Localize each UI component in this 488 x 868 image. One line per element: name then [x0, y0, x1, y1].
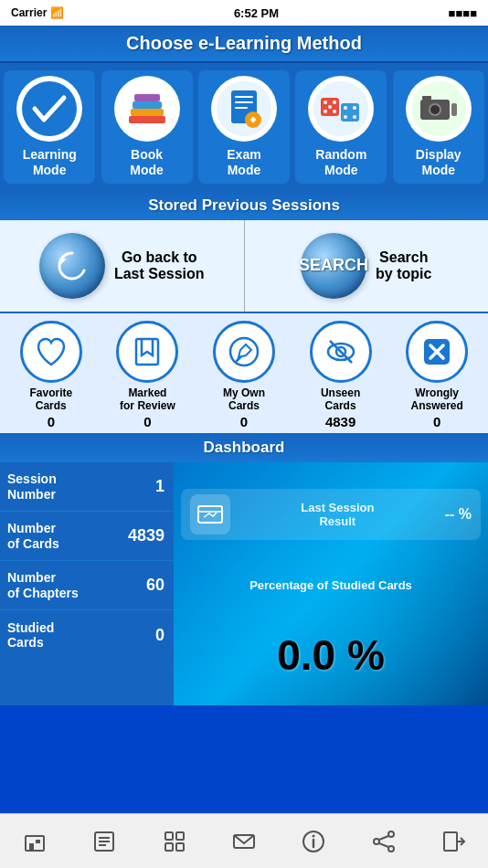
wrongly-answered-item[interactable]: WronglyAnswered 0 — [391, 321, 483, 430]
svg-line-35 — [237, 357, 240, 361]
number-of-cards-row: Numberof Cards 4839 — [0, 512, 174, 561]
unseen-cards-icon — [310, 321, 372, 383]
sessions-row: Go back toLast Session SEARCH Searchby t… — [0, 220, 488, 313]
battery-icon: ■■■■ — [449, 6, 477, 20]
studied-cards-value: 0 — [128, 619, 174, 652]
svg-point-34 — [230, 338, 258, 365]
go-back-button[interactable]: Go back toLast Session — [0, 220, 244, 312]
display-mode-button[interactable]: DisplayMode — [393, 70, 484, 184]
session-number-value: 1 — [128, 470, 174, 503]
session-number-row: SessionNumber 1 — [0, 462, 174, 512]
number-of-chapters-label: Numberof Chapters — [0, 563, 128, 609]
nav-share[interactable] — [364, 825, 404, 858]
last-session-value: -- % — [445, 506, 472, 523]
svg-rect-42 — [198, 506, 222, 523]
last-session-label: Last SessionResult — [238, 501, 438, 528]
svg-point-20 — [333, 110, 336, 113]
number-of-chapters-value: 60 — [128, 568, 174, 602]
back-btn-label: Go back toLast Session — [114, 249, 205, 282]
marked-review-count: 0 — [143, 414, 151, 429]
app-header: Choose e-Learning Method — [0, 26, 488, 63]
last-session-box: Last SessionResult -- % — [181, 489, 481, 540]
book-mode-icon — [114, 76, 180, 142]
svg-point-60 — [388, 846, 394, 852]
number-of-cards-value: 4839 — [119, 519, 174, 553]
random-mode-icon — [308, 76, 374, 142]
unseen-cards-item[interactable]: UnseenCards 4839 — [295, 321, 387, 430]
percentage-label: Percentage of Studied Cards — [249, 578, 412, 592]
nav-home[interactable] — [15, 825, 55, 858]
svg-point-19 — [324, 110, 327, 113]
svg-rect-8 — [235, 96, 253, 98]
svg-rect-3 — [131, 109, 164, 116]
carrier-label: Carrier 📶 — [11, 6, 64, 19]
svg-rect-45 — [36, 840, 40, 843]
display-mode-icon — [406, 76, 472, 142]
svg-rect-51 — [176, 832, 184, 840]
svg-rect-43 — [26, 836, 44, 851]
svg-rect-63 — [444, 832, 457, 851]
dashboard-body: SessionNumber 1 Numberof Cards 4839 Numb… — [0, 462, 488, 705]
book-mode-button[interactable]: BookMode — [101, 70, 193, 184]
learning-mode-icon — [16, 76, 82, 142]
svg-point-16 — [324, 101, 327, 104]
app-title: Choose e-Learning Method — [0, 33, 488, 54]
svg-rect-30 — [451, 103, 457, 116]
marked-review-icon — [116, 321, 178, 383]
random-mode-button[interactable]: RandomMode — [295, 70, 387, 184]
favorite-icon — [20, 321, 82, 383]
svg-rect-5 — [134, 94, 160, 101]
svg-point-58 — [388, 831, 394, 837]
wrongly-answered-icon — [406, 321, 468, 383]
time-label: 6:52 PM — [64, 6, 448, 20]
svg-rect-10 — [235, 107, 248, 109]
svg-rect-50 — [165, 832, 173, 840]
svg-rect-4 — [133, 101, 162, 109]
status-bar: Carrier 📶 6:52 PM ■■■■ — [0, 0, 488, 26]
wrongly-answered-count: 0 — [433, 414, 440, 429]
last-session-icon — [190, 494, 230, 535]
nav-mail[interactable] — [224, 825, 264, 858]
svg-marker-32 — [59, 259, 67, 266]
svg-point-23 — [353, 106, 356, 110]
exam-mode-icon — [211, 76, 277, 142]
nav-grid[interactable] — [154, 825, 195, 858]
svg-point-24 — [344, 115, 347, 119]
svg-rect-2 — [129, 116, 165, 123]
percentage-value: 0.0 % — [277, 630, 385, 680]
search-button[interactable]: SEARCH Searchby topic — [244, 220, 489, 312]
my-own-cards-count: 0 — [240, 414, 248, 429]
favorite-cards-item[interactable]: FavoriteCards 0 — [5, 321, 97, 430]
search-by-topic-label: Searchby topic — [376, 249, 431, 282]
svg-point-57 — [313, 834, 315, 837]
studied-cards-row: StudiedCards 0 — [0, 610, 174, 660]
nav-info[interactable] — [293, 825, 334, 858]
favorite-label: FavoriteCards — [29, 386, 72, 413]
nav-exit[interactable] — [433, 825, 473, 858]
studied-cards-label: StudiedCards — [0, 613, 128, 659]
my-own-cards-item[interactable]: My OwnCards 0 — [198, 321, 290, 430]
number-of-cards-label: Numberof Cards — [0, 513, 119, 559]
exam-mode-button[interactable]: ExamMode — [198, 70, 290, 184]
card-categories-row: FavoriteCards 0 Markedfor Review 0 My Ow… — [0, 313, 488, 434]
session-number-label: SessionNumber — [0, 464, 128, 510]
bottom-navigation — [0, 813, 488, 868]
unseen-cards-count: 4839 — [325, 414, 355, 429]
search-ball-icon: SEARCH — [301, 233, 366, 299]
svg-rect-52 — [165, 843, 173, 851]
marked-review-item[interactable]: Markedfor Review 0 — [101, 321, 193, 430]
number-of-chapters-row: Numberof Chapters 60 — [0, 561, 174, 610]
nav-list[interactable] — [84, 825, 124, 858]
svg-point-22 — [344, 106, 347, 110]
sessions-section-header: Stored Previous Sessions — [0, 191, 488, 220]
svg-point-25 — [353, 115, 356, 119]
svg-rect-9 — [235, 101, 253, 103]
back-ball-icon — [39, 233, 105, 299]
mode-buttons-row: Learning Mode BookMode — [0, 63, 488, 191]
unseen-cards-label: UnseenCards — [321, 386, 360, 413]
my-own-cards-icon — [213, 321, 275, 383]
learning-mode-button[interactable]: Learning Mode — [4, 70, 95, 184]
svg-point-18 — [328, 105, 332, 109]
marked-review-label: Markedfor Review — [120, 386, 175, 413]
svg-point-29 — [430, 105, 440, 114]
